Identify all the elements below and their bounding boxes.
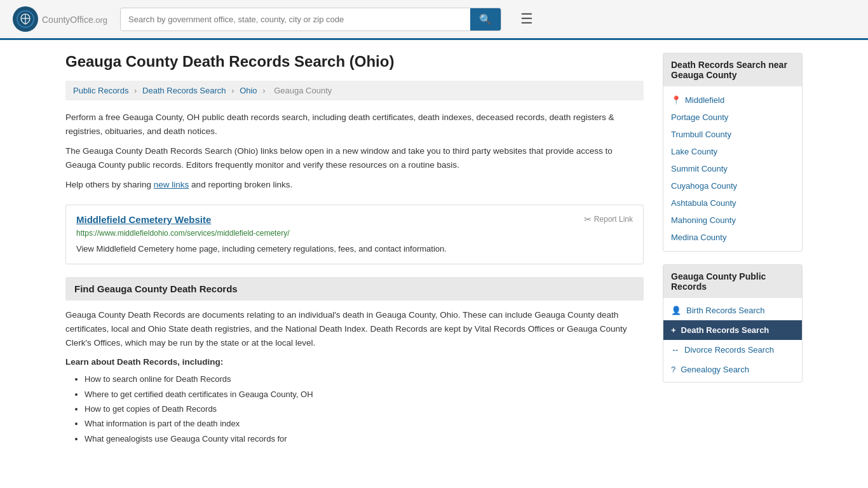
learn-list-item: What information is part of the death in… — [85, 416, 644, 431]
logo-text: CountyOffice.org — [42, 13, 107, 26]
public-link-item[interactable]: 👤Birth Records Search — [663, 301, 802, 320]
learn-list-item: How to get copies of Death Records — [85, 402, 644, 416]
resource-url[interactable]: https://www.middlefieldohio.com/services… — [76, 229, 633, 238]
nearby-link-item[interactable]: Mahoning County — [663, 212, 802, 229]
nearby-link-item[interactable]: Lake County — [663, 143, 802, 160]
menu-button[interactable]: ☰ — [520, 11, 533, 27]
public-link-item[interactable]: ?Genealogy Search — [663, 360, 802, 379]
public-link-label: Death Records Search — [681, 325, 770, 335]
resource-title[interactable]: Middlefield Cemetery Website — [76, 214, 211, 225]
nearby-link-item[interactable]: Ashtabula County — [663, 194, 802, 212]
public-link-icon: 👤 — [671, 306, 681, 315]
sidebar: Death Records Search near Geauga County … — [663, 53, 803, 446]
nearby-link-item[interactable]: 📍Middlefield — [663, 92, 802, 109]
nearby-link-item[interactable]: Trumbull County — [663, 126, 802, 143]
location-icon: 📍 — [671, 95, 681, 105]
breadcrumb-public-records[interactable]: Public Records — [73, 86, 128, 95]
learn-heading: Learn about Death Records, including: — [65, 357, 644, 367]
resource-card-header: Middlefield Cemetery Website ✂ Report Li… — [76, 214, 633, 225]
breadcrumb-death-records-search[interactable]: Death Records Search — [142, 86, 226, 95]
public-link-icon: ? — [671, 365, 675, 374]
scissors-icon: ✂ — [584, 214, 592, 224]
logo[interactable]: CountyOffice.org — [13, 6, 107, 32]
public-link-item[interactable]: ↔Divorce Records Search — [663, 340, 802, 360]
nearby-link-label: Cuyahoga County — [671, 181, 737, 191]
nearby-link-label: Trumbull County — [671, 130, 731, 139]
breadcrumb: Public Records › Death Records Search › … — [65, 81, 644, 100]
site-header: CountyOffice.org 🔍 ☰ — [0, 0, 868, 40]
page-title: Geauga County Death Records Search (Ohio… — [65, 53, 644, 71]
public-records-title: Geauga County Public Records — [663, 265, 802, 298]
search-bar: 🔍 — [120, 8, 501, 31]
search-input[interactable] — [121, 10, 470, 29]
nearby-link-label: Medina County — [671, 233, 726, 242]
learn-list-item: Where to get certified death certificate… — [85, 387, 644, 402]
nearby-link-item[interactable]: Summit County — [663, 160, 802, 177]
nearby-link-label: Middlefield — [685, 95, 724, 105]
find-section-header: Find Geauga County Death Records — [65, 277, 644, 301]
nearby-link-label: Ashtabula County — [671, 198, 736, 208]
new-links-link[interactable]: new links — [154, 180, 189, 189]
public-link-icon: ↔ — [671, 345, 679, 355]
content-area: Geauga County Death Records Search (Ohio… — [65, 53, 644, 446]
public-records-links: 👤Birth Records Search+Death Records Sear… — [663, 298, 802, 382]
search-button[interactable]: 🔍 — [470, 8, 501, 30]
learn-list-item: How to search online for Death Records — [85, 372, 644, 386]
public-link-icon: + — [671, 325, 676, 335]
breadcrumb-ohio[interactable]: Ohio — [240, 86, 257, 95]
public-link-label: Birth Records Search — [686, 306, 765, 315]
find-section-text: Geauga County Death Records are document… — [65, 308, 644, 349]
nearby-link-label: Mahoning County — [671, 215, 736, 225]
learn-list: How to search online for Death RecordsWh… — [65, 372, 644, 446]
nearby-link-item[interactable]: Medina County — [663, 229, 802, 246]
intro-paragraph-1: Perform a free Geauga County, OH public … — [65, 111, 644, 138]
resource-card: Middlefield Cemetery Website ✂ Report Li… — [65, 205, 644, 265]
nearby-link-label: Portage County — [671, 112, 728, 122]
public-link-item[interactable]: +Death Records Search — [663, 320, 802, 340]
nearby-section-title: Death Records Search near Geauga County — [663, 53, 802, 86]
report-link-button[interactable]: ✂ Report Link — [584, 214, 633, 224]
public-link-label: Divorce Records Search — [684, 345, 774, 355]
public-records-section: Geauga County Public Records 👤Birth Reco… — [663, 264, 803, 383]
nearby-link-label: Lake County — [671, 147, 717, 156]
public-link-label: Genealogy Search — [681, 365, 749, 374]
nearby-link-item[interactable]: Cuyahoga County — [663, 177, 802, 194]
intro-paragraph-2: The Geauga County Death Records Search (… — [65, 144, 644, 172]
intro-paragraph-3: Help others by sharing new links and rep… — [65, 178, 644, 192]
nearby-links: 📍MiddlefieldPortage CountyTrumbull Count… — [663, 86, 802, 251]
nearby-link-label: Summit County — [671, 164, 728, 173]
main-container: Geauga County Death Records Search (Ohio… — [53, 40, 815, 459]
resource-description: View Middlefield Cemetery home page, inc… — [76, 243, 633, 255]
nearby-link-item[interactable]: Portage County — [663, 109, 802, 126]
nearby-section: Death Records Search near Geauga County … — [663, 53, 803, 252]
learn-list-item: What genealogists use Geauga County vita… — [85, 431, 644, 446]
logo-icon — [13, 6, 38, 32]
breadcrumb-geauga-county: Geauga County — [274, 86, 332, 95]
